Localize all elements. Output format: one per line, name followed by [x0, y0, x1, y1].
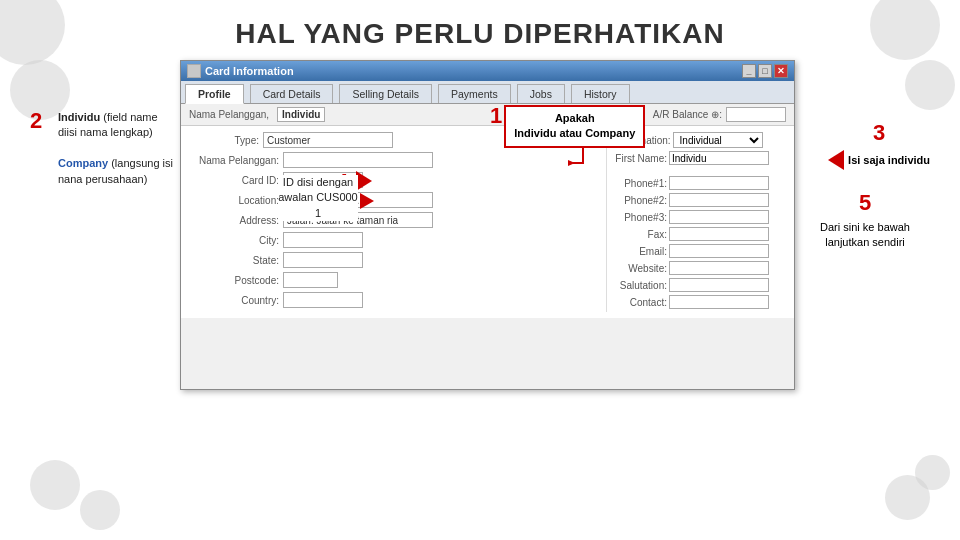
tab-bar: Profile Card Details Selling Details Pay… [181, 81, 794, 104]
card-window: Card Information _ □ ✕ Profile Card Deta… [180, 60, 795, 390]
id-label: Card ID: [189, 175, 279, 186]
apakah-title: Apakah [555, 112, 595, 124]
minimize-button[interactable]: _ [742, 64, 756, 78]
form-area: Type: Nama Pelanggan: Card ID: [181, 126, 794, 318]
tab-card-details[interactable]: Card Details [250, 84, 334, 103]
contact-label: Contact: [615, 297, 667, 308]
topbar-ar-value [726, 107, 786, 122]
city-label: City: [189, 235, 279, 246]
website-input[interactable] [669, 261, 769, 275]
phone1-label: Phone#1: [615, 178, 667, 189]
fax-input[interactable] [669, 227, 769, 241]
annotation-num1: 1 [490, 105, 502, 127]
country-input[interactable] [283, 292, 363, 308]
state-label: State: [189, 255, 279, 266]
state-input[interactable] [283, 252, 363, 268]
city-input[interactable] [283, 232, 363, 248]
apakah-text: Individu atau Company [514, 127, 635, 139]
designation-select[interactable]: Individual Company [673, 132, 763, 148]
topbar-ar-label: A/R Balance ⊕: [653, 109, 722, 120]
type-label: Type: [189, 135, 259, 146]
apakah-callout: 1 Apakah Individu atau Company [490, 105, 645, 177]
topbar-nama-label: Nama Pelanggan, [189, 109, 269, 120]
nama-label: Nama Pelanggan: [189, 155, 279, 166]
maximize-button[interactable]: □ [758, 64, 772, 78]
dari-sini-label: Dari sini ke bawah lanjutkan sendiri [800, 220, 930, 251]
contact-input[interactable] [669, 295, 769, 309]
individu-label: Individu (field name diisi nama lengkap) [58, 111, 158, 138]
window-title: Card Information [205, 65, 294, 77]
phone3-label: Phone#3: [615, 212, 667, 223]
svg-marker-0 [568, 160, 575, 166]
page-title: HAL YANG PERLU DIPERHATIKAN [0, 0, 960, 50]
topbar: Nama Pelanggan, Individu A/R Balance ⊕: [181, 104, 794, 126]
salutation-label: Salutation: [615, 280, 667, 291]
email-label: Email: [615, 246, 667, 257]
phone1-input[interactable] [669, 176, 769, 190]
annotation-num5: 5 [859, 190, 871, 215]
right-annotations: 3 Isi saja individu 5 Dari sini ke bawah… [800, 60, 930, 390]
nama-input[interactable] [283, 152, 433, 168]
firstname-input[interactable] [669, 151, 769, 165]
tab-selling-details[interactable]: Selling Details [339, 84, 432, 103]
tab-jobs[interactable]: Jobs [517, 84, 565, 103]
isi-saja-label: Isi saja individu [848, 154, 930, 166]
company-label: Company [58, 157, 108, 169]
close-button[interactable]: ✕ [774, 64, 788, 78]
fax-label: Fax: [615, 229, 667, 240]
location-label: Location: [189, 195, 279, 206]
tab-payments[interactable]: Payments [438, 84, 511, 103]
annotation-num2: 2 [30, 110, 42, 132]
salutation-input[interactable] [669, 278, 769, 292]
id-disi-arrow [360, 193, 374, 209]
tab-history[interactable]: History [571, 84, 630, 103]
id-disi-callout: ID disi dengan awalan CUS000 1 [278, 175, 358, 221]
window-icon [187, 64, 201, 78]
website-label: Website: [615, 263, 667, 274]
postcode-input[interactable] [283, 272, 338, 288]
tab-profile[interactable]: Profile [185, 84, 244, 104]
id-arrow [356, 171, 372, 191]
annotation-num3: 3 [873, 120, 885, 145]
phone3-input[interactable] [669, 210, 769, 224]
left-annotations: 2 Individu (field name diisi nama lengka… [30, 60, 175, 390]
id-disi-text: ID disi dengan awalan CUS000 1 [278, 175, 358, 221]
address-label: Address: [189, 215, 279, 226]
email-input[interactable] [669, 244, 769, 258]
window-titlebar: Card Information _ □ ✕ [181, 61, 794, 81]
phone2-input[interactable] [669, 193, 769, 207]
type-input[interactable] [263, 132, 393, 148]
phone2-label: Phone#2: [615, 195, 667, 206]
topbar-nama-value: Individu [277, 107, 325, 122]
country-label: Country: [189, 295, 279, 306]
callout-arrow-svg [563, 148, 593, 173]
postcode-label: Postcode: [189, 275, 279, 286]
